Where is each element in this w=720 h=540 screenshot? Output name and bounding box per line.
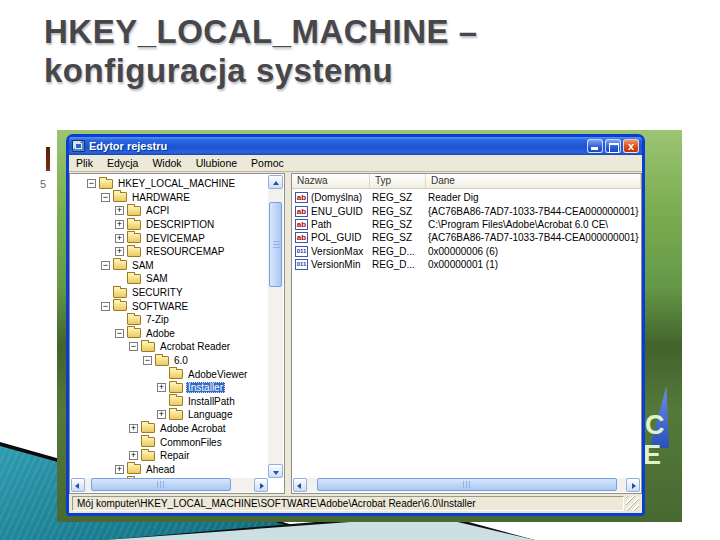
tree-item[interactable]: DEVICEMAP bbox=[71, 231, 268, 245]
expand-icon[interactable] bbox=[115, 206, 124, 215]
registry-editor-window: Edytor rejestru x Plik Edycja Widok Ulub… bbox=[66, 134, 645, 516]
scroll-right-icon[interactable] bbox=[626, 478, 640, 492]
tree-horizontal-scrollbar[interactable] bbox=[71, 478, 268, 492]
tree-item[interactable]: 6.0 bbox=[71, 354, 268, 368]
tree-item[interactable]: RESOURCEMAP bbox=[71, 245, 268, 259]
expand-icon[interactable] bbox=[157, 383, 166, 392]
folder-icon bbox=[127, 220, 141, 230]
collapse-icon[interactable] bbox=[87, 179, 96, 188]
value-row[interactable]: ENU_GUIDREG_SZ{AC76BA86-7AD7-1033-7B44-C… bbox=[293, 204, 640, 217]
expand-icon[interactable] bbox=[115, 247, 124, 256]
scroll-down-icon[interactable] bbox=[268, 464, 283, 478]
menu-ulubione[interactable]: Ulubione bbox=[189, 157, 244, 169]
tree-item[interactable]: SECURITY bbox=[71, 286, 268, 300]
expand-icon[interactable] bbox=[157, 410, 166, 419]
tree-item[interactable]: Ahead bbox=[71, 462, 268, 476]
value-row[interactable]: VersionMaxREG_D...0x00000006 (6) bbox=[293, 245, 640, 258]
collapse-icon[interactable] bbox=[129, 342, 138, 351]
slide: HKEY_LOCAL_MACHINE – konfiguracja system… bbox=[0, 0, 720, 540]
tree-item[interactable]: Adobe bbox=[71, 327, 268, 341]
folder-icon bbox=[99, 179, 113, 189]
window-title: Edytor rejestru bbox=[89, 140, 167, 152]
folder-icon bbox=[127, 328, 141, 338]
expand-icon[interactable] bbox=[129, 424, 138, 433]
minimize-button[interactable] bbox=[587, 139, 603, 153]
list-horizontal-scrollbar[interactable] bbox=[293, 478, 640, 492]
menu-widok[interactable]: Widok bbox=[145, 157, 188, 169]
expand-icon[interactable] bbox=[115, 465, 124, 474]
expand-icon[interactable] bbox=[115, 234, 124, 243]
folder-icon bbox=[127, 206, 141, 216]
menu-bar: Plik Edycja Widok Ulubione Pomoc bbox=[69, 155, 642, 172]
maximize-button[interactable] bbox=[605, 139, 621, 153]
folder-icon bbox=[141, 423, 155, 433]
scroll-right-icon[interactable] bbox=[254, 478, 268, 492]
desktop-screenshot: C E Edytor rejestru x Plik Edycja Widok … bbox=[57, 130, 682, 522]
tree-item-selected[interactable]: Installer bbox=[71, 381, 268, 395]
resize-grip-icon[interactable] bbox=[626, 496, 639, 511]
title-bar[interactable]: Edytor rejestru x bbox=[69, 137, 642, 155]
value-row[interactable]: POL_GUIDREG_SZ{AC76BA86-7AD7-1033-7B44-C… bbox=[293, 231, 640, 244]
value-row[interactable]: (Domyślna)REG_SZReader Dig bbox=[293, 191, 640, 204]
tree-vscroll-thumb[interactable] bbox=[269, 202, 282, 287]
tree-item[interactable]: DESCRIPTION bbox=[71, 218, 268, 232]
tree-item[interactable]: CommonFiles bbox=[71, 435, 268, 449]
tree-item[interactable]: InstallPath bbox=[71, 395, 268, 409]
registry-app-icon bbox=[72, 140, 85, 152]
collapse-icon[interactable] bbox=[101, 193, 110, 202]
column-header-typ[interactable]: Typ bbox=[370, 174, 426, 188]
registry-tree: HKEY_LOCAL_MACHINE HARDWARE ACPI DESCRIP… bbox=[71, 175, 268, 478]
folder-icon bbox=[127, 464, 141, 474]
value-row[interactable]: PathREG_SZC:\Program Files\Adobe\Acrobat… bbox=[293, 218, 640, 231]
folder-icon bbox=[169, 369, 183, 379]
tree-item[interactable]: SOFTWARE bbox=[71, 299, 268, 313]
folder-icon bbox=[169, 410, 183, 420]
collapse-icon[interactable] bbox=[143, 356, 152, 365]
folder-icon bbox=[113, 288, 127, 298]
collapse-icon[interactable] bbox=[115, 329, 124, 338]
folder-icon bbox=[127, 274, 141, 284]
tree-item[interactable]: HARDWARE bbox=[71, 191, 268, 205]
tree-hscroll-thumb[interactable] bbox=[91, 478, 231, 491]
tree-item[interactable]: HKEY_LOCAL_MACHINE bbox=[71, 177, 268, 191]
scroll-left-icon[interactable] bbox=[293, 478, 307, 492]
tree-item[interactable]: SAM bbox=[71, 272, 268, 286]
window-body: HKEY_LOCAL_MACHINE HARDWARE ACPI DESCRIP… bbox=[69, 173, 642, 494]
tree-item[interactable]: 7-Zip bbox=[71, 313, 268, 327]
scroll-up-icon[interactable] bbox=[268, 175, 283, 189]
folder-icon bbox=[155, 356, 169, 366]
menu-edycja[interactable]: Edycja bbox=[100, 157, 146, 169]
tree-item[interactable]: ACPI bbox=[71, 204, 268, 218]
tree-item[interactable]: Acrobat Reader bbox=[71, 340, 268, 354]
page-title-line1: HKEY_LOCAL_MACHINE – bbox=[44, 12, 478, 51]
value-list: (Domyślna)REG_SZReader Dig ENU_GUIDREG_S… bbox=[293, 191, 640, 478]
expand-icon[interactable] bbox=[129, 451, 138, 460]
scroll-left-icon[interactable] bbox=[71, 478, 85, 492]
status-bar: Mój komputer\HKEY_LOCAL_MACHINE\SOFTWARE… bbox=[69, 494, 642, 513]
wallpaper-letter-1: C bbox=[645, 412, 665, 439]
tree-item[interactable]: AdobeViewer bbox=[71, 367, 268, 381]
status-path: Mój komputer\HKEY_LOCAL_MACHINE\SOFTWARE… bbox=[72, 496, 624, 511]
column-header-dane[interactable]: Dane bbox=[426, 174, 641, 188]
dword-value-icon bbox=[295, 246, 308, 257]
tree-item[interactable]: Adobe Acrobat bbox=[71, 422, 268, 436]
folder-icon bbox=[113, 260, 127, 270]
menu-pomoc[interactable]: Pomoc bbox=[244, 157, 291, 169]
list-hscroll-thumb[interactable] bbox=[317, 478, 617, 491]
menu-plik[interactable]: Plik bbox=[69, 157, 100, 169]
value-row[interactable]: VersionMinREG_D...0x00000001 (1) bbox=[293, 258, 640, 271]
tree-vertical-scrollbar[interactable] bbox=[268, 175, 283, 478]
string-value-icon bbox=[295, 232, 308, 243]
tree-item[interactable]: Language bbox=[71, 408, 268, 422]
expand-icon[interactable] bbox=[115, 220, 124, 229]
column-header-nazwa[interactable]: Nazwa bbox=[292, 174, 370, 188]
collapse-icon[interactable] bbox=[101, 302, 110, 311]
close-button[interactable]: x bbox=[623, 139, 639, 153]
folder-icon bbox=[169, 396, 183, 406]
registry-values-pane: Nazwa Typ Dane (Domyślna)REG_SZReader Di… bbox=[291, 173, 642, 494]
collapse-icon[interactable] bbox=[101, 261, 110, 270]
tree-item[interactable]: Repair bbox=[71, 449, 268, 463]
folder-icon bbox=[127, 247, 141, 257]
tree-item[interactable]: SAM bbox=[71, 259, 268, 273]
dword-value-icon bbox=[295, 259, 308, 270]
